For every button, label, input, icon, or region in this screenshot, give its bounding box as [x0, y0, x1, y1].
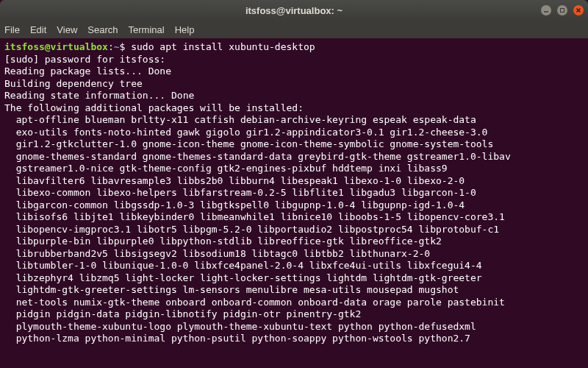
package-line: gstreamer1.0-nice gtk-theme-config gtk2-… [4, 163, 584, 175]
package-line: gnome-themes-standard gnome-themes-stand… [4, 151, 584, 163]
package-line: libzephyr4 libzmq5 light-locker light-lo… [4, 272, 584, 285]
package-line: libtumbler-1-0 libunique-1.0-0 libxfce4p… [4, 260, 584, 272]
menu-search[interactable]: Search [87, 24, 118, 35]
maximize-button[interactable] [557, 5, 567, 15]
package-line: pidgin pidgin-data pidgin-libnotify pidg… [4, 308, 584, 321]
package-line: exo-utils fonts-noto-hinted gawk gigolo … [4, 127, 584, 139]
package-line: plymouth-theme-xubuntu-logo plymouth-the… [4, 321, 584, 333]
package-line: libpurple-bin libpurple0 libpython-stdli… [4, 236, 584, 248]
menu-edit[interactable]: Edit [30, 24, 46, 35]
prompt-userhost: itsfoss@virtualbox [4, 41, 108, 52]
titlebar[interactable]: itsfoss@virtualbox: ~ [0, 0, 588, 21]
package-line: apt-offline blueman brltty-x11 catfish d… [4, 114, 584, 127]
output-line: Reading state information... Done [4, 90, 194, 101]
terminal-output[interactable]: itsfoss@virtualbox:~$ sudo apt install x… [0, 38, 588, 368]
minimize-button[interactable] [541, 5, 551, 15]
package-line: librubberband2v5 libsigsegv2 libsodium18… [4, 248, 584, 261]
package-line: libgarcon-common libgssdp-1.0-3 libgtksp… [4, 199, 584, 212]
package-line: libopencv-imgproc3.1 libotr5 libpgm-5.2-… [4, 224, 584, 236]
svg-rect-1 [561, 9, 564, 13]
maximize-icon [559, 7, 565, 13]
window-title: itsfoss@virtualbox: ~ [0, 5, 588, 16]
menu-file[interactable]: File [4, 24, 20, 35]
command-text: sudo apt install xubuntu-desktop [131, 41, 315, 52]
window-controls [541, 5, 584, 15]
prompt-sep: : [108, 41, 114, 52]
menu-help[interactable]: Help [175, 24, 195, 35]
menu-view[interactable]: View [57, 24, 77, 35]
menubar: File Edit View Search Terminal Help [0, 21, 588, 38]
output-line: Reading package lists... Done [4, 66, 171, 77]
close-button[interactable] [573, 5, 584, 15]
package-line: net-tools numix-gtk-theme onboard onboar… [4, 297, 584, 309]
close-icon [576, 7, 581, 13]
package-line: gir1.2-gtkclutter-1.0 gnome-icon-theme g… [4, 138, 584, 151]
package-line: python-lzma python-minimal python-psutil… [4, 333, 584, 345]
package-line: libavfilter6 libavresample3 libbs2b0 lib… [4, 175, 584, 188]
output-line: [sudo] password for itsfoss: [4, 54, 165, 65]
menu-terminal[interactable]: Terminal [129, 24, 165, 35]
prompt-dollar: $ [120, 41, 126, 52]
output-line: The following additional packages will b… [4, 102, 304, 113]
prompt-path: ~ [114, 41, 120, 52]
package-line: libexo-common libexo-helpers libfarstrea… [4, 187, 584, 199]
terminal-window: itsfoss@virtualbox: ~ File Edit View Sea… [0, 0, 588, 368]
package-line: lightdm-gtk-greeter-settings lm-sensors … [4, 284, 584, 297]
package-line: libisofs6 libjte1 libkeybinder0 libmeanw… [4, 211, 584, 224]
output-line: Building dependency tree [4, 78, 143, 89]
minimize-icon [543, 7, 549, 13]
